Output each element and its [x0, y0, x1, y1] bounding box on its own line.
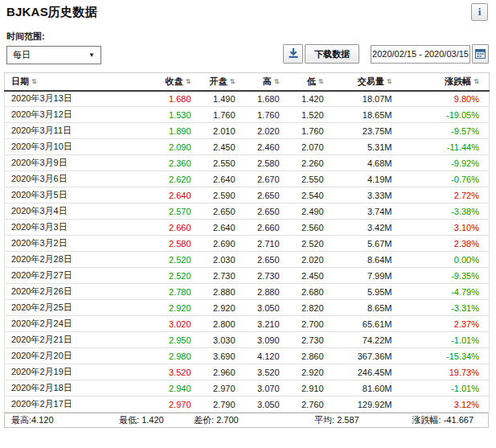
column-header-label: 低 [307, 76, 316, 86]
open-cell: 2.800 [195, 316, 240, 332]
column-header-label: 日期 [11, 76, 29, 86]
change-cell: 19.73% [396, 364, 490, 380]
sort-icon: ⇅ [230, 78, 236, 85]
calendar-icon [475, 48, 486, 60]
change-cell: 2.72% [396, 187, 490, 203]
time-range-label: 时间范围: [6, 26, 490, 46]
high-cell: 3.050 [240, 300, 284, 316]
column-header-date[interactable]: 日期⇅ [5, 73, 146, 91]
table-row: 2020年2月19日3.5202.9603.5202.920246.45M19.… [5, 364, 490, 380]
date-cell: 2020年3月10日 [5, 139, 146, 155]
date-cell: 2020年2月19日 [5, 364, 146, 380]
open-cell: 2.590 [195, 187, 240, 203]
low-cell: 2.550 [284, 171, 328, 187]
low-cell: 1.520 [284, 107, 328, 123]
open-cell: 1.490 [195, 91, 240, 107]
date-cell: 2020年3月6日 [5, 171, 146, 187]
volume-cell: 5.67M [328, 236, 396, 252]
change-cell: -11.44% [396, 139, 490, 155]
download-icon-button[interactable] [283, 44, 303, 64]
table-row: 2020年2月17日2.9702.7903.0502.760129.92M3.1… [5, 397, 490, 413]
time-range-value: 每日 [13, 49, 31, 61]
high-cell: 4.120 [240, 348, 284, 364]
open-cell: 3.690 [195, 348, 240, 364]
volume-cell: 74.22M [328, 332, 396, 348]
date-cell: 2020年2月18日 [5, 380, 146, 397]
change-cell: -9.35% [396, 268, 490, 284]
low-cell: 1.760 [284, 123, 328, 139]
sort-icon: ⇅ [387, 78, 392, 85]
info-button[interactable]: i [471, 3, 488, 21]
date-cell: 2020年3月2日 [5, 236, 146, 252]
column-header-label: 高 [263, 76, 272, 86]
column-header-change[interactable]: 涨跌幅⇅ [396, 73, 490, 91]
low-cell: 2.910 [284, 380, 328, 397]
change-cell: -1.01% [396, 380, 490, 397]
table-row: 2020年3月10日2.0902.4502.4602.0705.31M-11.4… [5, 139, 490, 155]
calendar-button[interactable] [472, 44, 489, 64]
high-cell: 2.880 [240, 284, 284, 300]
close-cell: 2.970 [146, 397, 195, 413]
volume-cell: 81.60M [328, 380, 396, 397]
time-range-select[interactable]: 每日 ▼ [6, 46, 101, 64]
date-cell: 2020年2月21日 [5, 332, 146, 348]
open-cell: 2.650 [195, 203, 240, 220]
date-cell: 2020年3月13日 [5, 91, 146, 107]
open-cell: 2.550 [195, 155, 240, 171]
table-row: 2020年2月24日3.0202.8003.2102.70065.61M2.37… [5, 316, 490, 332]
sort-icon: ⇅ [31, 78, 37, 85]
volume-cell: 7.99M [328, 268, 396, 284]
volume-cell: 4.68M [328, 155, 396, 171]
download-data-button[interactable]: 下载数据 [305, 44, 359, 64]
table-row: 2020年3月12日1.5301.7601.7601.52018.65M-19.… [5, 107, 490, 123]
controls-right: 下载数据 2020/02/15 - 2020/03/15 [283, 44, 489, 64]
low-cell: 2.820 [284, 300, 328, 316]
volume-cell: 367.36M [328, 348, 396, 364]
change-cell: -0.76% [396, 171, 490, 187]
high-cell: 2.710 [240, 236, 284, 252]
column-header-low[interactable]: 低⇅ [284, 73, 328, 91]
date-cell: 2020年2月25日 [5, 300, 146, 316]
date-cell: 2020年3月11日 [5, 123, 146, 139]
table-row: 2020年2月28日2.5202.0302.6502.0208.64M0.00% [5, 252, 490, 268]
change-cell: 9.80% [396, 91, 490, 107]
low-cell: 1.420 [284, 91, 328, 107]
sort-icon: ⇅ [186, 78, 191, 85]
volume-cell: 5.31M [328, 139, 396, 155]
close-cell: 2.640 [146, 187, 195, 203]
low-cell: 2.490 [284, 203, 328, 220]
open-cell: 2.730 [195, 268, 240, 284]
close-cell: 2.980 [146, 348, 195, 364]
column-header-high[interactable]: 高⇅ [240, 73, 284, 91]
column-header-volume[interactable]: 交易量⇅ [328, 73, 396, 91]
close-cell: 1.890 [146, 123, 195, 139]
volume-cell: 18.65M [328, 107, 396, 123]
close-cell: 2.360 [146, 155, 195, 171]
date-cell: 2020年3月5日 [5, 187, 146, 203]
open-cell: 2.010 [195, 123, 240, 139]
summary-average: 平均: 2.587 [314, 413, 359, 427]
summary-change-percent: 涨跌幅: -41.667 [412, 413, 473, 427]
open-cell: 2.450 [195, 139, 240, 155]
top-bar: BJKAS历史数据 i [0, 0, 496, 26]
low-cell: 2.260 [284, 155, 328, 171]
date-cell: 2020年3月3日 [5, 220, 146, 236]
table-header-row: 日期⇅ 收盘⇅ 开盘⇅ 高⇅ 低⇅ 交易量⇅ 涨跌幅⇅ [5, 73, 490, 91]
column-header-label: 交易量 [358, 76, 384, 86]
column-header-close[interactable]: 收盘⇅ [146, 73, 195, 91]
volume-cell: 3.74M [328, 203, 396, 220]
close-cell: 2.940 [146, 380, 195, 397]
change-cell: -9.57% [396, 123, 490, 139]
date-range-input[interactable]: 2020/02/15 - 2020/03/15 [371, 45, 470, 64]
column-header-open[interactable]: 开盘⇅ [195, 73, 240, 91]
change-cell: -3.38% [396, 203, 490, 220]
table-row: 2020年2月27日2.5202.7302.7302.4507.99M-9.35… [5, 268, 490, 284]
column-header-label: 开盘 [210, 76, 228, 86]
close-cell: 2.950 [146, 332, 195, 348]
high-cell: 2.580 [240, 155, 284, 171]
summary-highest: 最高:4.120 [11, 413, 54, 427]
controls-bar: 时间范围: 每日 ▼ 下载数据 2020/02/15 - 2020/03/15 [0, 26, 496, 68]
open-cell: 3.030 [195, 332, 240, 348]
open-cell: 2.790 [195, 397, 240, 413]
low-cell: 2.920 [284, 364, 328, 380]
